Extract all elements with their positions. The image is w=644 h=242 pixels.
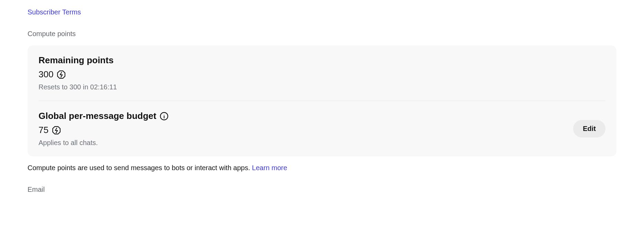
global-budget-value: 75	[39, 125, 49, 135]
remaining-points-block: Remaining points 300 Resets to 300 in 02…	[39, 55, 605, 91]
bolt-icon	[57, 70, 66, 79]
remaining-points-value-row: 300	[39, 69, 605, 80]
subscriber-terms-link[interactable]: Subscriber Terms	[28, 8, 81, 16]
remaining-points-title-text: Remaining points	[39, 55, 114, 66]
compute-points-label: Compute points	[28, 30, 616, 38]
global-budget-applies-line: Applies to all chats.	[39, 139, 573, 147]
learn-more-link[interactable]: Learn more	[252, 164, 287, 172]
bolt-icon	[52, 126, 61, 135]
svg-point-3	[164, 114, 164, 114]
remaining-points-reset-line: Resets to 300 in 02:16:11	[39, 83, 605, 91]
compute-points-card: Remaining points 300 Resets to 300 in 02…	[28, 45, 616, 156]
email-label: Email	[28, 186, 616, 194]
info-icon[interactable]	[160, 112, 169, 121]
global-budget-block: Global per-message budget 75	[39, 111, 605, 147]
global-budget-title-text: Global per-message budget	[39, 111, 156, 121]
global-budget-title: Global per-message budget	[39, 111, 573, 121]
compute-points-description: Compute points are used to send messages…	[28, 164, 616, 172]
global-budget-value-row: 75	[39, 125, 573, 135]
compute-points-description-text: Compute points are used to send messages…	[28, 164, 252, 172]
remaining-points-title: Remaining points	[39, 55, 605, 66]
remaining-points-value: 300	[39, 69, 53, 80]
card-divider	[39, 101, 605, 101]
edit-button[interactable]: Edit	[573, 120, 605, 138]
